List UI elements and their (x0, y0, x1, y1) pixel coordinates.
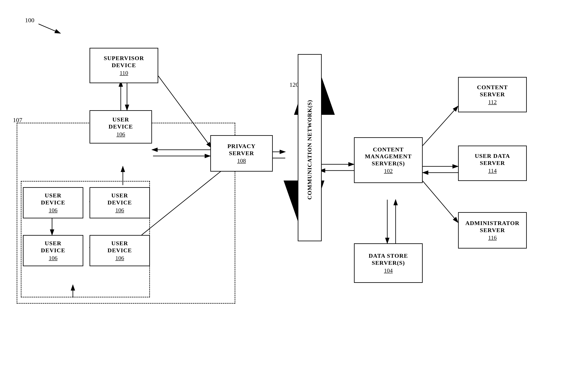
user-data-server-label: User Data Server (475, 152, 510, 166)
user-device-bot-right-label: User Device (107, 240, 132, 254)
user-device-mid-left-label: User Device (41, 192, 65, 206)
user-device-mid-left-box: User Device 106 (23, 187, 83, 218)
svg-line-19 (423, 106, 458, 146)
ref-100-label: 100 (25, 17, 34, 24)
user-device-bot-left-label: User Device (41, 240, 65, 254)
user-device-mid-right-label: User Device (107, 192, 132, 206)
user-device-top-label: User Device (109, 116, 133, 130)
user-device-mid-right-box: User Device 106 (90, 187, 150, 218)
user-device-mid-left-number: 106 (49, 207, 57, 214)
diagram: 100 107 120 Communication Network(s) Sup… (0, 0, 588, 391)
supervisor-device-number: 110 (120, 70, 128, 76)
user-device-bot-left-box: User Device 106 (23, 235, 83, 266)
data-store-server-box: Data Store Server(s) 104 (354, 243, 423, 283)
content-management-server-box: Content Management Server(s) 102 (354, 137, 423, 183)
user-data-server-box: User Data Server 114 (458, 146, 527, 181)
user-device-bot-right-box: User Device 106 (90, 235, 150, 266)
administrator-server-label: Administrator Server (465, 220, 520, 234)
user-device-mid-right-number: 106 (115, 207, 124, 214)
content-server-label: Content Server (477, 84, 508, 98)
content-server-number: 112 (488, 99, 497, 105)
content-management-server-label: Content Management Server(s) (365, 146, 412, 167)
user-device-bot-left-number: 106 (49, 255, 57, 261)
svg-line-3 (38, 24, 60, 33)
administrator-server-box: Administrator Server 116 (458, 212, 527, 249)
user-device-top-number: 106 (116, 131, 125, 138)
user-device-bot-right-number: 106 (115, 255, 124, 261)
content-server-box: Content Server 112 (458, 77, 527, 112)
supervisor-device-box: Supervisor Device 110 (90, 48, 158, 83)
communication-network-label: Communication Network(s) (304, 62, 315, 237)
ref-107-label: 107 (13, 116, 22, 123)
content-management-server-number: 102 (384, 168, 393, 174)
privacy-server-number: 108 (237, 157, 246, 164)
privacy-server-label: Privacy Server (227, 143, 256, 157)
user-device-top-box: User Device 106 (90, 110, 152, 143)
data-store-server-number: 104 (384, 267, 393, 274)
svg-line-22 (423, 181, 458, 222)
privacy-server-box: Privacy Server 108 (210, 135, 273, 172)
supervisor-device-label: Supervisor Device (104, 55, 144, 69)
administrator-server-number: 116 (488, 234, 497, 241)
ref-120-label: 120 (290, 81, 299, 88)
data-store-server-label: Data Store Server(s) (369, 252, 408, 266)
user-data-server-number: 114 (488, 167, 497, 174)
